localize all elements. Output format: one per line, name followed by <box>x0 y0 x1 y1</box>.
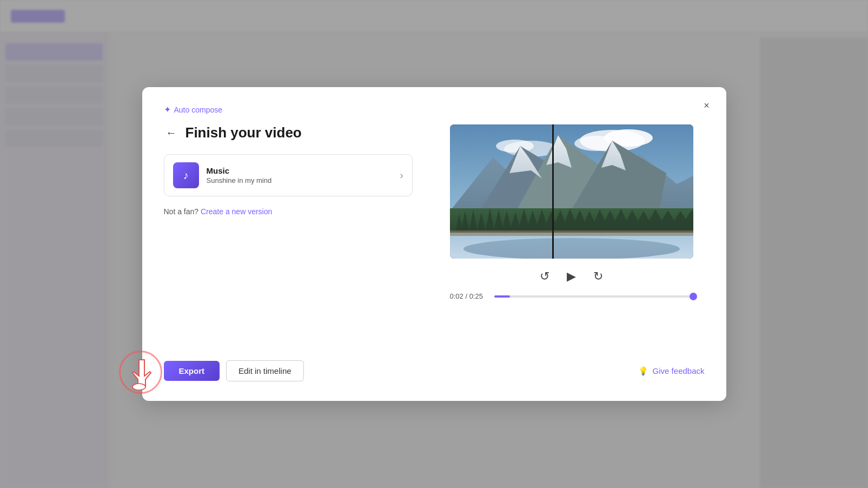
music-chevron-icon: › <box>400 170 403 181</box>
back-button[interactable]: ← <box>164 124 179 141</box>
music-card[interactable]: ♪ Music Sunshine in my mind › <box>164 154 413 196</box>
auto-compose-label: Auto compose <box>174 105 223 114</box>
modal-bottom: Export Edit in timeline 💡 Give feedback <box>164 360 705 381</box>
music-icon-box: ♪ <box>173 162 199 188</box>
lightbulb-icon: 💡 <box>638 366 648 376</box>
progress-track[interactable] <box>494 295 693 298</box>
music-note-icon: ♪ <box>183 169 189 182</box>
fast-forward-button[interactable]: ↻ <box>591 267 605 286</box>
finish-video-modal: × ✦ Auto compose ← Finish your video ♪ <box>142 87 726 401</box>
modal-body: ← Finish your video ♪ Music Sunshine in … <box>164 124 705 343</box>
play-button[interactable]: ▶ <box>565 267 578 286</box>
play-icon: ▶ <box>567 269 576 283</box>
right-panel: ↺ ▶ ↻ 0:02 / 0:25 <box>439 124 705 343</box>
title-row: ← Finish your video <box>164 124 413 141</box>
not-a-fan-text: Not a fan? Create a new version <box>164 207 413 216</box>
svg-rect-39 <box>450 230 693 236</box>
scrubber-line <box>552 124 554 259</box>
progress-fill <box>494 295 510 298</box>
time-display: 0:02 / 0:25 <box>450 292 488 300</box>
rewind-button[interactable]: ↺ <box>538 267 552 286</box>
music-title: Music <box>207 166 272 175</box>
music-card-left: ♪ Music Sunshine in my mind <box>173 162 272 188</box>
rewind-icon: ↺ <box>540 269 549 283</box>
modal-overlay: × ✦ Auto compose ← Finish your video ♪ <box>0 0 868 488</box>
music-info: Music Sunshine in my mind <box>207 166 272 184</box>
edit-timeline-button[interactable]: Edit in timeline <box>226 360 304 381</box>
progress-thumb <box>690 293 697 300</box>
progress-row: 0:02 / 0:25 <box>450 292 693 300</box>
export-button[interactable]: Export <box>164 361 220 381</box>
give-feedback-button[interactable]: 💡 Give feedback <box>638 366 705 376</box>
svg-point-5 <box>496 140 534 153</box>
create-new-version-link[interactable]: Create a new version <box>201 207 272 216</box>
auto-compose-icon: ✦ <box>164 104 171 115</box>
video-mountain <box>450 124 693 259</box>
mountain-scene-svg <box>450 124 693 259</box>
modal-title: Finish your video <box>185 124 302 141</box>
video-preview <box>450 124 693 259</box>
fast-forward-icon: ↻ <box>593 269 603 283</box>
music-subtitle: Sunshine in my mind <box>207 176 272 184</box>
give-feedback-label: Give feedback <box>653 366 705 375</box>
video-controls: ↺ ▶ ↻ <box>538 267 605 286</box>
close-button[interactable]: × <box>698 97 715 114</box>
bottom-left-actions: Export Edit in timeline <box>164 360 304 381</box>
left-panel: ← Finish your video ♪ Music Sunshine in … <box>164 124 413 343</box>
auto-compose-badge: ✦ Auto compose <box>164 104 705 115</box>
